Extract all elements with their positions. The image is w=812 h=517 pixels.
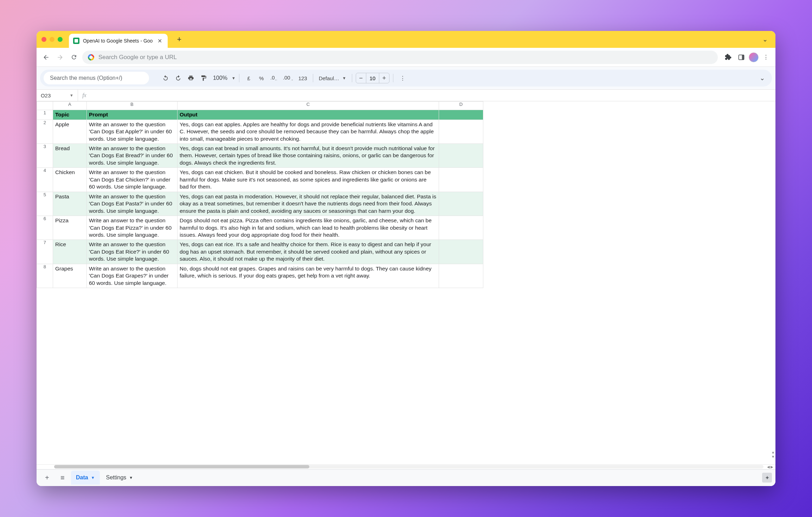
cell[interactable] xyxy=(439,144,483,168)
row-header[interactable]: 7 xyxy=(37,240,53,264)
cell-prompt[interactable]: Write an answer to the question 'Can Dog… xyxy=(86,144,177,168)
cell-topic[interactable]: Rice xyxy=(53,240,86,264)
cell-prompt[interactable]: Write an answer to the question 'Can Dog… xyxy=(86,216,177,240)
cell-prompt[interactable]: Write an answer to the question 'Can Dog… xyxy=(86,264,177,288)
cell-output[interactable]: Yes, dogs can eat rice. It's a safe and … xyxy=(177,240,439,264)
column-header-C[interactable]: C xyxy=(177,102,439,110)
cell-prompt[interactable]: Write an answer to the question 'Can Dog… xyxy=(86,168,177,192)
google-icon xyxy=(88,54,94,60)
column-header-D[interactable]: D xyxy=(439,102,483,110)
cell-prompt[interactable]: Write an answer to the question 'Can Dog… xyxy=(86,120,177,143)
close-window-button[interactable] xyxy=(41,37,46,42)
omnibox-placeholder: Search Google or type a URL xyxy=(98,54,177,61)
cell[interactable]: Topic xyxy=(53,110,86,120)
menu-search-input[interactable]: Search the menus (Option+/) xyxy=(44,72,149,84)
decrease-font-button[interactable]: − xyxy=(356,75,366,82)
format-percent-button[interactable]: % xyxy=(256,72,268,84)
sheets-toolbar-container: Search the menus (Option+/) 100% ▼ £ % .… xyxy=(37,67,775,89)
vertical-scroll-arrows[interactable]: ▲▼ xyxy=(771,450,775,459)
cell-output[interactable]: Yes, dogs can eat apples. Apples are hea… xyxy=(177,120,439,143)
row-header[interactable]: 2 xyxy=(37,120,53,143)
decrease-decimal-button[interactable]: .0← xyxy=(268,72,280,84)
select-all-corner[interactable] xyxy=(37,102,53,110)
column-header-B[interactable]: B xyxy=(86,102,177,110)
cell[interactable] xyxy=(439,192,483,216)
formula-input[interactable] xyxy=(91,90,775,101)
all-sheets-button[interactable]: ≡ xyxy=(56,471,70,485)
cell[interactable] xyxy=(439,264,483,288)
cell-output[interactable]: No, dogs should not eat grapes. Grapes a… xyxy=(177,264,439,288)
expand-toolbar-button[interactable]: ⌄ xyxy=(756,74,768,82)
browser-tab[interactable]: OpenAI to Google Sheets - Goo ✕ xyxy=(69,34,168,48)
cell-prompt[interactable]: Write an answer to the question 'Can Dog… xyxy=(86,240,177,264)
spreadsheet-grid[interactable]: A B C D 1TopicPromptOutput2AppleWrite an… xyxy=(37,101,775,464)
cell-topic[interactable]: Bread xyxy=(53,144,86,168)
row-header[interactable]: 3 xyxy=(37,144,53,168)
cell-prompt[interactable]: Write an answer to the question 'Can Dog… xyxy=(86,192,177,216)
profile-avatar[interactable] xyxy=(749,52,759,62)
browser-menu-button[interactable]: ⋮ xyxy=(760,51,772,63)
row-header[interactable]: 8 xyxy=(37,264,53,288)
reload-button[interactable] xyxy=(68,51,80,63)
table-row: 3BreadWrite an answer to the question 'C… xyxy=(37,144,483,168)
toolbar-separator xyxy=(239,74,239,82)
cell[interactable] xyxy=(439,120,483,143)
cell-output[interactable]: Yes, dogs can eat pasta in moderation. H… xyxy=(177,192,439,216)
extensions-button[interactable] xyxy=(722,51,734,63)
row-header[interactable]: 1 xyxy=(37,110,53,120)
cell[interactable]: Prompt xyxy=(86,110,177,120)
chevron-down-icon: ▼ xyxy=(129,475,133,480)
close-tab-button[interactable]: ✕ xyxy=(156,38,163,44)
more-toolbar-button[interactable]: ⋮ xyxy=(397,72,409,84)
column-header-A[interactable]: A xyxy=(53,102,86,110)
cell[interactable] xyxy=(439,240,483,264)
cell-topic[interactable]: Apple xyxy=(53,120,86,143)
forward-button[interactable] xyxy=(54,51,66,63)
fullscreen-window-button[interactable] xyxy=(58,37,63,42)
explore-button[interactable]: ✦ xyxy=(762,473,772,483)
row-header[interactable]: 6 xyxy=(37,216,53,240)
font-family-dropdown[interactable]: Defaul… ▼ xyxy=(317,72,348,84)
sheet-tab-data[interactable]: Data ▼ xyxy=(71,471,100,485)
increase-decimal-button[interactable]: .00→ xyxy=(281,72,296,84)
spreadsheet-grid-wrap: A B C D 1TopicPromptOutput2AppleWrite an… xyxy=(37,101,775,464)
toolbar-separator xyxy=(313,74,313,82)
cell-output[interactable]: Yes, dogs can eat bread in small amounts… xyxy=(177,144,439,168)
minimize-window-button[interactable] xyxy=(50,37,54,42)
cell-topic[interactable]: Grapes xyxy=(53,264,86,288)
side-panel-button[interactable] xyxy=(735,51,747,63)
font-size-value[interactable]: 10 xyxy=(366,73,379,83)
cell[interactable] xyxy=(439,110,483,120)
format-currency-button[interactable]: £ xyxy=(243,72,255,84)
zoom-dropdown[interactable]: 100% ▼ xyxy=(210,75,236,81)
cell-topic[interactable]: Chicken xyxy=(53,168,86,192)
undo-button[interactable] xyxy=(160,72,172,84)
paint-format-button[interactable] xyxy=(198,72,210,84)
cell-topic[interactable]: Pasta xyxy=(53,192,86,216)
increase-font-button[interactable]: + xyxy=(379,75,389,82)
cell-topic[interactable]: Pizza xyxy=(53,216,86,240)
row-header[interactable]: 4 xyxy=(37,168,53,192)
new-tab-button[interactable]: + xyxy=(174,35,184,44)
address-bar[interactable]: Search Google or type a URL xyxy=(82,51,718,64)
add-sheet-button[interactable]: + xyxy=(40,471,54,485)
redo-button[interactable] xyxy=(172,72,184,84)
sheet-tab-settings[interactable]: Settings ▼ xyxy=(101,471,138,485)
window-titlebar: OpenAI to Google Sheets - Goo ✕ + ⌄ xyxy=(37,31,775,48)
browser-window: OpenAI to Google Sheets - Goo ✕ + ⌄ Sear… xyxy=(37,31,775,486)
cell-output[interactable]: Yes, dogs can eat chicken. But it should… xyxy=(177,168,439,192)
cell[interactable] xyxy=(439,216,483,240)
cell[interactable]: Output xyxy=(177,110,439,120)
zoom-value: 100% xyxy=(210,75,230,81)
chevron-down-icon: ▼ xyxy=(91,475,95,480)
print-button[interactable] xyxy=(185,72,197,84)
sheet-tab-label: Data xyxy=(76,474,88,481)
more-formats-button[interactable]: 123 xyxy=(296,72,309,84)
horizontal-scrollbar[interactable]: ◀▶ xyxy=(37,464,775,469)
cell[interactable] xyxy=(439,168,483,192)
row-header[interactable]: 5 xyxy=(37,192,53,216)
name-box[interactable]: O23 ▼ xyxy=(37,90,78,101)
tabs-dropdown-button[interactable]: ⌄ xyxy=(760,36,771,43)
cell-output[interactable]: Dogs should not eat pizza. Pizza often c… xyxy=(177,216,439,240)
back-button[interactable] xyxy=(40,51,52,63)
